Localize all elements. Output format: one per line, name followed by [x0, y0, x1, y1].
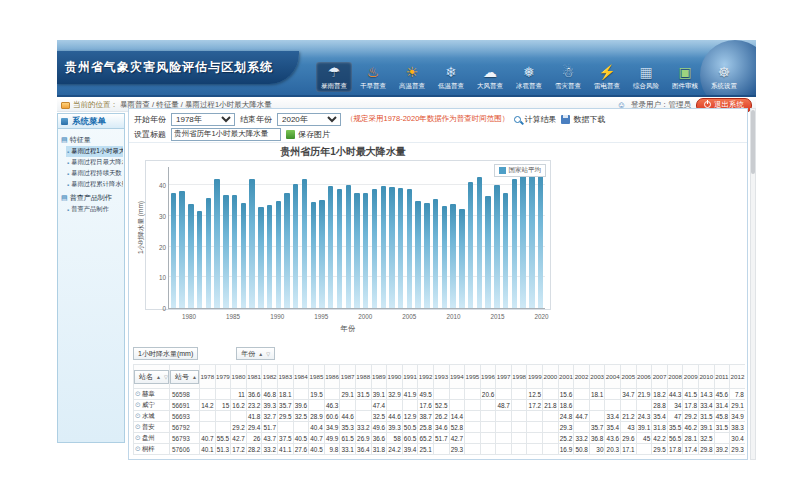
expand-row-icon[interactable]: ⊙ [135, 445, 141, 452]
value-cell [496, 444, 512, 455]
table-row[interactable]: ⊙威宁5669114.21516.223.239.335.739.646.347… [134, 400, 746, 411]
sort-desc-icon[interactable]: ▽ [266, 351, 270, 357]
start-year-select[interactable]: 1978年 [171, 113, 235, 126]
value-cell [496, 411, 512, 422]
station-name: 桐梓 [142, 445, 155, 452]
value-cell: 21.8 [543, 400, 559, 411]
value-filter-box[interactable]: 1小时降水量(mm) [133, 347, 198, 360]
nav-item-7[interactable]: ☃雪灾普查 [550, 62, 586, 92]
table-row[interactable]: ⊙桐梓5760640.151.317.228.233.241.127.640.5… [134, 444, 746, 455]
nav-item-11[interactable]: ☸系统设置 [706, 62, 742, 92]
breadcrumb-prefix: 当前的位置： [73, 100, 118, 110]
value-cell: 35.7 [589, 422, 605, 433]
table-row[interactable]: ⊙盘州5679340.755.542.72643.737.540.540.749… [134, 433, 746, 444]
value-cell: 32.7 [262, 411, 278, 422]
sort-desc-icon[interactable]: ▽ [164, 374, 168, 380]
value-cell: 9.8 [324, 444, 340, 455]
bar-1994 [311, 202, 316, 308]
nav-item-1[interactable]: ☂暴雨普查 [316, 62, 352, 92]
nav-item-9[interactable]: ▦综合风险 [628, 62, 664, 92]
expand-row-icon[interactable]: ⊙ [135, 390, 141, 397]
sidebar-item-1-3[interactable]: ▪暴雨过程持续天数 [66, 168, 123, 179]
sort-asc-icon[interactable]: ▲ [156, 374, 161, 380]
sidebar-item-1-4[interactable]: ▪暴雨过程累计降水量 [66, 179, 123, 190]
expand-row-icon[interactable]: ⊙ [135, 412, 141, 419]
value-cell: 17.2 [231, 444, 247, 455]
sidebar-group-1[interactable]: ▤特征量 [61, 135, 123, 145]
main-panel: 开始年份 1978年 结束年份 2020年 （规定采用1978-2020年数据作… [128, 108, 748, 460]
value-cell [215, 411, 231, 422]
sidebar-item-1-2[interactable]: ▪暴雨过程日最大降水量 [66, 157, 123, 168]
year-sort-box[interactable]: 年份 ▲ ▽ [236, 347, 275, 360]
sidebar-group-label: 特征量 [70, 135, 91, 145]
value-cell: 58 [387, 433, 403, 444]
value-cell [324, 389, 340, 400]
value-cell: 50.8 [574, 444, 590, 455]
value-cell: 40.7 [200, 433, 216, 444]
value-cell [465, 411, 481, 422]
page: 贵州省气象灾害风险评估与区划系统 ☂暴雨普查♨干旱普查☀高温普查❄低温普查☁大风… [57, 40, 756, 460]
nav-item-3[interactable]: ☀高温普查 [394, 62, 430, 92]
data-download-button[interactable]: 数据下载 [561, 114, 605, 125]
nav-item-5[interactable]: ☁大风普查 [472, 62, 508, 92]
table-row[interactable]: ⊙普安5679229.229.451.740.434.935.333.249.6… [134, 422, 746, 433]
value-cell [714, 433, 730, 444]
value-cell: 28.1 [683, 433, 699, 444]
y-tick-label: 0 [148, 305, 166, 312]
nav-item-label: 暴雨普查 [316, 82, 352, 91]
nav-item-8[interactable]: ⚡雷电普查 [589, 62, 625, 92]
sort-asc-icon[interactable]: ▲ [258, 351, 263, 357]
value-cell: 45.8 [714, 411, 730, 422]
vertical-scrollbar[interactable] [750, 108, 756, 460]
value-cell: 29.2 [683, 411, 699, 422]
nav-item-6[interactable]: ❅冰雹普查 [511, 62, 547, 92]
value-cell [636, 400, 652, 411]
calc-result-button[interactable]: 计算结果 [514, 114, 556, 125]
sidebar-group-2[interactable]: ▤普查产品制作 [61, 193, 123, 203]
x-axis-ticks: 198019851990199520002005201020152020 [167, 313, 546, 321]
nav-item-10[interactable]: ▣图件审核 [667, 62, 703, 92]
sort-asc-icon[interactable]: ▲ [192, 374, 197, 380]
gale-icon: ☁ [472, 63, 508, 82]
start-year-label: 开始年份 [134, 114, 166, 125]
scrollbar-thumb[interactable] [751, 110, 755, 174]
y-tick-label: 40 [148, 182, 166, 189]
value-cell [465, 422, 481, 433]
station-id-sort-box[interactable]: 站号▲▽ [170, 370, 199, 384]
value-cell [636, 444, 652, 455]
year-header-1994: 1994 [449, 365, 465, 389]
expand-row-icon[interactable]: ⊙ [135, 401, 141, 408]
sidebar-item-1-1[interactable]: ▪暴雨过程1小时最大降水量 [66, 146, 123, 157]
value-cell [355, 400, 371, 411]
value-cell: 24.3 [636, 411, 652, 422]
value-cell [496, 433, 512, 444]
sidebar-item-2-1[interactable]: ▪普查产品制作 [66, 204, 123, 215]
station-name-sort-box[interactable]: 站名▲▽ [134, 370, 169, 384]
bar-2014 [485, 196, 490, 308]
nav-item-4[interactable]: ❄低温普查 [433, 62, 469, 92]
value-cell: 42.7 [449, 433, 465, 444]
nav-item-label: 高温普查 [394, 82, 430, 91]
expand-row-icon[interactable]: ⊙ [135, 434, 141, 441]
expand-row-icon[interactable]: ⊙ [135, 423, 141, 430]
top-banner: 贵州省气象灾害风险评估与区划系统 ☂暴雨普查♨干旱普查☀高温普查❄低温普查☁大风… [57, 40, 756, 97]
table-header-row: 站名▲▽站号▲▽19781979198019811982198319841985… [134, 365, 746, 389]
value-cell: 49.9 [324, 433, 340, 444]
value-cell: 30.4 [730, 433, 745, 444]
table-row[interactable]: ⊙赫章565981136.646.818.119.529.131.539.132… [134, 389, 746, 400]
save-image-button[interactable]: 保存图片 [286, 129, 330, 140]
table-row[interactable]: ⊙水城5669341.832.729.532.528.960.644.632.5… [134, 411, 746, 422]
bar-2002 [381, 186, 386, 308]
nav-item-2[interactable]: ♨干旱普查 [355, 62, 391, 92]
value-cell: 36.6 [246, 389, 262, 400]
folder-icon: ▤ [61, 194, 68, 202]
value-cell: 31.8 [371, 444, 387, 455]
year-header-1988: 1988 [355, 365, 371, 389]
end-year-select[interactable]: 2020年 [277, 113, 341, 126]
value-cell [511, 411, 527, 422]
bar-1990 [276, 201, 281, 308]
chart-title-input[interactable] [171, 128, 281, 141]
year-header-2007: 2007 [652, 365, 668, 389]
station-id-cell: 57606 [170, 444, 200, 455]
value-cell [589, 400, 605, 411]
